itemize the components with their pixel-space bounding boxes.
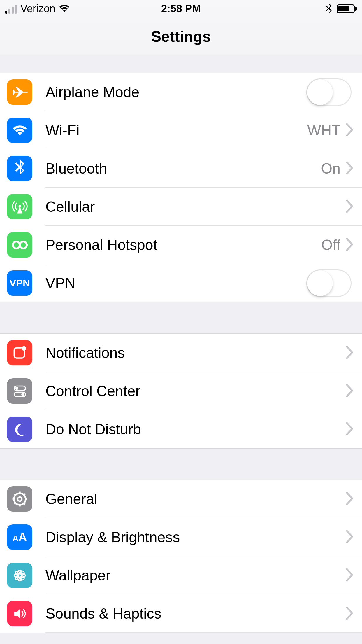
- row-label: Wallpaper: [45, 567, 346, 584]
- svg-point-6: [15, 387, 18, 390]
- row-control-center[interactable]: Control Center: [0, 372, 362, 410]
- row-personal-hotspot[interactable]: Personal Hotspot Off: [0, 226, 362, 264]
- row-label: Sounds & Haptics: [45, 605, 346, 622]
- row-bluetooth[interactable]: Bluetooth On: [0, 149, 362, 188]
- wifi-status-icon: [59, 3, 70, 15]
- hotspot-icon: [7, 232, 32, 258]
- row-cellular[interactable]: Cellular: [0, 188, 362, 226]
- notifications-icon: [7, 340, 32, 365]
- svg-point-1: [13, 242, 20, 249]
- row-label: Notifications: [45, 344, 346, 361]
- row-airplane-mode[interactable]: Airplane Mode: [0, 73, 362, 111]
- cell-signal-icon: [5, 4, 17, 14]
- row-label: VPN: [45, 275, 306, 292]
- row-wallpaper[interactable]: Wallpaper: [0, 556, 362, 594]
- battery-icon: [337, 4, 357, 13]
- svg-point-2: [20, 242, 27, 249]
- chevron-right-icon: [346, 162, 353, 176]
- nav-bar: Settings: [0, 18, 362, 55]
- svg-line-17: [23, 494, 25, 495]
- row-general[interactable]: General: [0, 480, 362, 518]
- chevron-right-icon: [346, 607, 353, 621]
- chevron-right-icon: [346, 492, 353, 506]
- status-bar: Verizon 2:58 PM: [0, 0, 362, 18]
- wifi-icon: [7, 118, 32, 143]
- row-label: Display & Brightness: [45, 529, 346, 546]
- vpn-icon: VPN: [7, 270, 32, 296]
- status-left: Verizon: [5, 3, 70, 15]
- bluetooth-icon: [7, 156, 32, 181]
- chevron-right-icon: [346, 422, 353, 436]
- row-label: Do Not Disturb: [45, 421, 346, 438]
- sounds-icon: [7, 601, 32, 626]
- group-spacer: [0, 55, 362, 73]
- svg-line-18: [14, 503, 16, 504]
- svg-point-4: [22, 346, 26, 351]
- gear-icon: [7, 486, 32, 512]
- row-label: Control Center: [45, 383, 346, 400]
- row-label: Personal Hotspot: [45, 237, 321, 253]
- row-notifications[interactable]: Notifications: [0, 334, 362, 372]
- carrier-label: Verizon: [20, 3, 55, 15]
- row-vpn[interactable]: VPN VPN: [0, 264, 362, 302]
- svg-point-10: [17, 497, 22, 501]
- row-detail: WHT: [307, 122, 340, 139]
- cellular-icon: [7, 194, 32, 219]
- row-display-brightness[interactable]: AA Display & Brightness: [0, 518, 362, 556]
- settings-list[interactable]: Airplane Mode Wi-Fi WHT Bluetooth On: [0, 55, 362, 633]
- row-label: Cellular: [45, 198, 346, 215]
- display-icon: AA: [7, 524, 32, 550]
- wallpaper-icon: [7, 563, 32, 588]
- row-label: Wi-Fi: [45, 122, 307, 139]
- chevron-right-icon: [346, 346, 353, 360]
- row-detail: Off: [321, 237, 340, 253]
- chevron-right-icon: [346, 238, 353, 252]
- row-label: Airplane Mode: [45, 84, 306, 101]
- airplane-icon: [7, 79, 32, 105]
- airplane-switch[interactable]: [306, 78, 352, 106]
- chevron-right-icon: [346, 123, 353, 137]
- row-wifi[interactable]: Wi-Fi WHT: [0, 111, 362, 149]
- clock: 2:58 PM: [161, 3, 201, 15]
- row-sounds-haptics[interactable]: Sounds & Haptics: [0, 594, 362, 633]
- svg-line-16: [23, 503, 25, 504]
- chevron-right-icon: [346, 530, 353, 544]
- group-spacer: [0, 302, 362, 334]
- row-label: Bluetooth: [45, 160, 321, 177]
- row-detail: On: [321, 160, 340, 177]
- group-spacer: [0, 448, 362, 480]
- svg-line-15: [14, 494, 16, 495]
- svg-point-8: [21, 393, 24, 396]
- bluetooth-status-icon: [326, 3, 332, 14]
- row-label: General: [45, 491, 346, 508]
- page-title: Settings: [151, 28, 211, 45]
- status-right: [326, 3, 357, 14]
- row-do-not-disturb[interactable]: Do Not Disturb: [0, 410, 362, 448]
- moon-icon: [7, 416, 32, 442]
- vpn-switch[interactable]: [306, 270, 352, 297]
- chevron-right-icon: [346, 200, 353, 214]
- settings-screen: { "status": { "carrier": "Verizon", "tim…: [0, 0, 362, 644]
- controlcenter-icon: [7, 378, 32, 404]
- chevron-right-icon: [346, 384, 353, 398]
- chevron-right-icon: [346, 568, 353, 582]
